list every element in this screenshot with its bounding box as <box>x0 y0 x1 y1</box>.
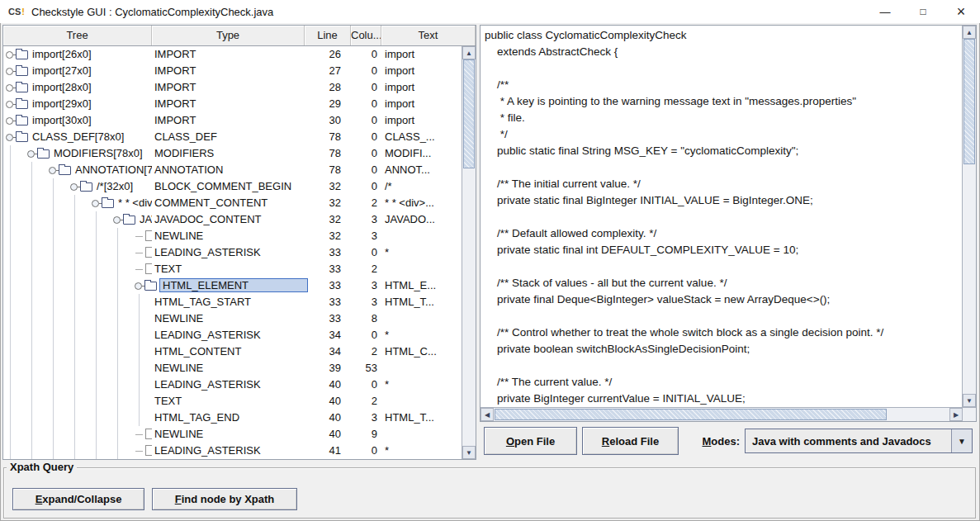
code-line: * A key is pointing to the warning messa… <box>485 93 962 110</box>
cell-text: import <box>381 96 462 112</box>
expander-icon[interactable] <box>5 96 16 112</box>
table-row[interactable]: JAVADOC_CONTENT JAVADOC_CONTENT 32 3 JAV… <box>3 211 462 228</box>
expander-icon[interactable] <box>5 63 16 79</box>
tree-indent <box>3 145 26 162</box>
code-line: /** Default allowed complexity. */ <box>485 225 962 242</box>
chevron-down-icon[interactable]: ▼ <box>951 429 972 452</box>
table-row[interactable]: NEWLINE NEWLINE 40 9 <box>3 426 462 443</box>
tree-header: TreeTypeLineColu...Text <box>3 26 476 46</box>
folder-icon <box>16 67 28 76</box>
table-row[interactable]: NEWLINE NEWLINE 39 53 <box>3 360 462 377</box>
scroll-left-icon[interactable]: ◀ <box>481 408 494 421</box>
cell-line: 40 <box>305 377 351 393</box>
code-hscroll-thumb[interactable] <box>495 409 887 420</box>
table-row[interactable]: import[29x0] IMPORT 29 0 import <box>3 96 462 112</box>
tree-cell: import[28x0] <box>3 79 152 96</box>
expander-icon[interactable] <box>5 129 16 145</box>
cell-type: LEADING_ASTERISK <box>152 443 305 459</box>
table-row[interactable]: NEWLINE NEWLINE 32 3 <box>3 228 462 244</box>
expander-icon[interactable] <box>134 277 144 294</box>
code-horizontal-scrollbar[interactable]: ◀ ▶ <box>481 407 976 421</box>
table-row[interactable]: ANNOTATION[78x0] ANNOTATION 78 0 ANNOT..… <box>3 162 462 178</box>
column-header[interactable]: Tree <box>3 26 152 45</box>
cell-type: COMMENT_CONTENT <box>152 195 305 211</box>
tree-cell: import[27x0] <box>3 63 152 79</box>
scroll-down-icon[interactable]: ▼ <box>462 446 476 459</box>
column-header[interactable]: Colu... <box>351 26 381 45</box>
code-hscroll-track[interactable] <box>494 408 949 421</box>
expander-icon[interactable] <box>48 162 59 178</box>
close-button[interactable]: × <box>942 0 980 23</box>
table-row[interactable]: /*[32x0] BLOCK_COMMENT_BEGIN 32 0 /* <box>3 178 462 195</box>
folder-icon <box>16 133 28 142</box>
cell-line: 27 <box>305 63 351 79</box>
find-node-label: Find node by Xpath <box>175 493 275 505</box>
table-row[interactable]: LEADING_ASTERISK LEADING_ASTERISK 34 0 * <box>3 327 462 343</box>
expander-icon[interactable] <box>112 211 123 228</box>
open-file-button[interactable]: Open File <box>484 427 577 455</box>
code-line: */ <box>485 126 962 143</box>
minimize-button[interactable]: — <box>866 0 904 23</box>
scroll-up-icon[interactable]: ▲ <box>462 46 476 59</box>
tree-node-label: /*[32x0] <box>95 178 133 195</box>
cell-text: HTML_T... <box>381 294 462 310</box>
code-vertical-scrollbar[interactable]: ▲ ▼ <box>962 26 976 407</box>
table-row[interactable]: HTML_ELEMENT HTML_ELEMENT 33 3 HTML_E... <box>3 277 462 294</box>
table-row[interactable]: NEWLINE NEWLINE 33 8 <box>3 310 462 327</box>
cell-text <box>381 228 462 244</box>
expander-icon[interactable] <box>69 178 80 195</box>
cell-line: 29 <box>305 96 351 112</box>
cell-text: HTML_E... <box>381 277 462 294</box>
scroll-down-icon[interactable]: ▼ <box>963 394 976 407</box>
table-row[interactable]: HTML_TAG_START HTML_TAG_START 33 3 HTML_… <box>3 294 462 310</box>
expander-icon[interactable] <box>5 79 16 96</box>
tree-scroll-track[interactable] <box>462 59 476 446</box>
code-main: public class CyclomaticComplexityCheck e… <box>481 26 976 407</box>
table-row[interactable]: import[26x0] IMPORT 26 0 import <box>3 46 462 63</box>
code-line <box>485 209 962 225</box>
tree-indent <box>3 443 134 459</box>
scroll-up-icon[interactable]: ▲ <box>963 26 976 39</box>
cell-line: 28 <box>305 79 351 96</box>
table-row[interactable]: CLASS_DEF[78x0] CLASS_DEF 78 0 CLASS_... <box>3 129 462 145</box>
cell-text: * <box>381 244 462 261</box>
table-row[interactable]: HTML_CONTENT HTML_CONTENT 34 2 HTML_C... <box>3 343 462 360</box>
tree-cell: TEXT <box>3 261 152 277</box>
table-row[interactable]: import[28x0] IMPORT 28 0 import <box>3 79 462 96</box>
expander-icon[interactable] <box>91 195 102 211</box>
tree-cell: import[30x0] <box>3 112 152 129</box>
find-node-by-xpath-button[interactable]: Find node by Xpath <box>152 488 297 510</box>
code-vscroll-track[interactable] <box>963 39 976 394</box>
cell-type: HTML_TAG_START <box>152 294 305 310</box>
table-row[interactable]: TEXT TEXT 33 2 <box>3 261 462 277</box>
table-row[interactable]: import[30x0] IMPORT 30 0 import <box>3 112 462 129</box>
maximize-button[interactable]: □ <box>904 0 942 23</box>
table-row[interactable]: LEADING_ASTERISK LEADING_ASTERISK 41 0 * <box>3 443 462 459</box>
column-header[interactable]: Line <box>305 26 351 45</box>
expander-icon[interactable] <box>26 145 37 162</box>
table-row[interactable]: * * <div>... COMMENT_CONTENT 32 2 * * <d… <box>3 195 462 211</box>
table-row[interactable]: HTML_TAG_END HTML_TAG_END 40 3 HTML_T... <box>3 410 462 426</box>
code-area[interactable]: public class CyclomaticComplexityCheck e… <box>481 26 962 407</box>
reload-file-button[interactable]: Reload File <box>582 427 679 455</box>
cell-col: 0 <box>351 244 381 261</box>
table-row[interactable]: TEXT TEXT 40 2 <box>3 393 462 410</box>
column-header[interactable]: Text <box>381 26 476 45</box>
expander-icon[interactable] <box>5 46 16 63</box>
table-row[interactable]: LEADING_ASTERISK LEADING_ASTERISK 33 0 * <box>3 244 462 261</box>
tree-indent <box>3 244 134 261</box>
tree-vertical-scrollbar[interactable]: ▲ ▼ <box>462 46 476 459</box>
table-row[interactable]: MODIFIERS[78x0] MODIFIERS 78 0 MODIFI... <box>3 145 462 162</box>
scroll-right-icon[interactable]: ▶ <box>949 408 963 421</box>
table-row[interactable]: LEADING_ASTERISK LEADING_ASTERISK 40 0 * <box>3 377 462 393</box>
code-vscroll-thumb[interactable] <box>963 39 975 164</box>
tree-scroll-thumb[interactable] <box>463 59 475 168</box>
expander-icon[interactable] <box>5 112 16 129</box>
leaf-connector <box>134 244 144 261</box>
modes-combobox[interactable]: Java with comments and Javadocs ▼ <box>745 429 973 453</box>
expand-collapse-button[interactable]: Expand/Collapse <box>12 488 144 510</box>
reload-file-label: Reload File <box>602 435 659 448</box>
cell-col: 2 <box>351 261 381 277</box>
table-row[interactable]: import[27x0] IMPORT 27 0 import <box>3 63 462 79</box>
column-header[interactable]: Type <box>152 26 305 45</box>
